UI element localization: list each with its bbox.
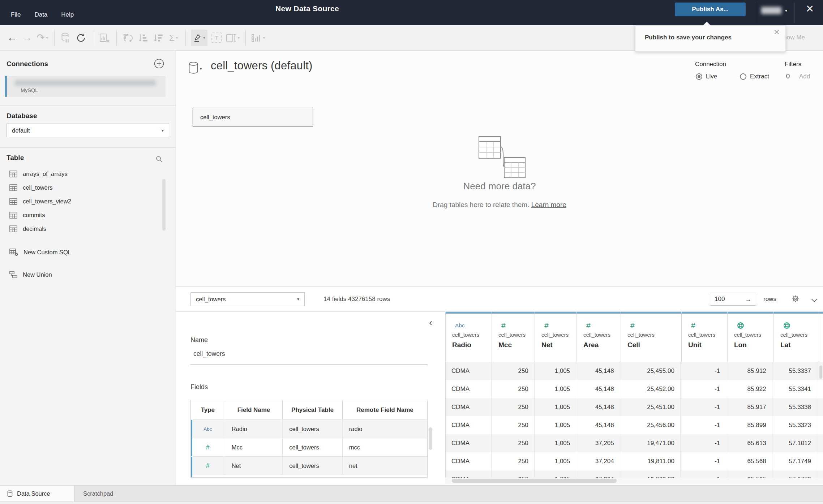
datasource-cylinder-icon[interactable] [188,61,198,76]
grid-row[interactable]: CDMA2501,00545,14825,456.00-185.89955.33… [446,416,823,434]
grid-column-header-area[interactable]: #cell_towersArea [577,312,621,362]
name-value[interactable]: cell_towers [193,350,225,358]
tab-data-source[interactable]: Data Source [0,486,74,502]
column-source-label: cell_towers [498,332,535,338]
grid-hscroll-thumb[interactable] [452,479,617,483]
caret-down-icon: ▾ [176,36,178,40]
sort-descending-icon[interactable] [152,30,164,46]
connection-item-mysql[interactable]: MySQL [5,76,166,97]
grid-column-header-lat[interactable]: cell_towersLat [774,312,819,362]
apply-rows-arrow-icon[interactable]: → [745,296,751,303]
table-header: Table [7,154,24,162]
grid-row[interactable]: CDMA2501,00537,20419,811.00-165.56857.17… [446,452,823,470]
connection-live-option[interactable]: Live [696,73,717,80]
table-list-item-cell_towers_view2[interactable]: cell_towers_view2 [0,194,163,208]
collapse-panel-chevron[interactable]: ‹ [429,318,432,328]
user-name-redacted[interactable] [761,7,781,14]
user-menu-caret-icon[interactable]: ▾ [785,8,787,13]
grid-cell-partial [817,470,823,478]
database-select[interactable]: default ▾ [7,124,169,137]
grid-column-header-lon[interactable]: cell_towersLon [728,312,774,362]
filters-add-button[interactable]: Add [799,73,810,80]
column-accent-bar [446,312,492,314]
search-icon[interactable] [155,155,163,164]
column-source-label: cell_towers [688,332,727,338]
connection-extract-option[interactable]: Extract [740,73,769,80]
gear-icon[interactable] [791,294,800,305]
table-select[interactable]: cell_towers ▾ [190,292,305,306]
radio-extract-icon[interactable] [740,73,746,80]
grid-row[interactable]: CDMA2501,00545,14825,451.00-185.91755.33… [446,398,823,416]
menu-file[interactable]: File [11,11,21,18]
tableau-window: FileDataHelp New Data Source Publish As.… [0,0,823,504]
back-icon[interactable]: ← [6,30,18,46]
publish-as-button[interactable]: Publish As... [675,3,746,16]
window-close-button[interactable]: × [806,2,814,15]
popup-close-icon[interactable]: × [774,26,780,38]
fields-row-mcc[interactable]: #Mcccell_towersmcc [191,438,427,456]
menu-data[interactable]: Data [34,11,47,18]
grid-cell: CDMA [446,470,492,478]
fields-row-net[interactable]: #Netcell_towersnet [191,456,427,475]
union-icon [9,271,17,278]
datasource-title: cell_towers (default) [211,59,313,72]
grid-cell: -1 [681,398,726,416]
new-union-button[interactable]: New Union [9,267,52,282]
grid-horizontal-scrollbar[interactable] [445,478,823,484]
table-list-item-cell_towers[interactable]: cell_towers [0,181,163,194]
sigma-icon[interactable]: Σ▾ [167,30,180,46]
show-chart-icon[interactable]: ▾ [251,30,265,46]
grid-column-header-cell[interactable]: #cell_towersCell [621,312,682,362]
grid-row[interactable]: CDMA2501,00537,20419,863.00-165.56557.17… [446,470,823,478]
grid-column-header-unit[interactable]: #cell_towersUnit [682,312,728,362]
radio-live-icon[interactable] [696,73,702,80]
grid-cell: 37,204 [576,452,620,470]
pause-datasource-icon[interactable] [60,30,72,46]
forward-icon[interactable]: → [21,30,33,46]
fit-selection-icon[interactable]: ▾ [226,30,240,46]
grid-column-header-net[interactable]: #cell_towersNet [535,312,577,362]
menu-help[interactable]: Help [61,11,74,18]
grid-cell: 1,005 [535,434,576,452]
column-accent-bar [492,312,535,314]
fields-row-radio[interactable]: AbcRadiocell_towersradio [191,419,427,438]
tab-scratchpad[interactable]: Scratchpad [83,486,113,502]
datasource-caret-icon[interactable]: ▾ [200,66,202,71]
table-list-scrollbar[interactable] [162,179,166,231]
grid-column-header-mcc[interactable]: #cell_towersMcc [492,312,535,362]
grid-vertical-scrollbar[interactable] [819,366,822,379]
grid-cell: 250 [492,470,534,478]
grid-cell: 85.899 [726,416,772,434]
clear-sheet-icon[interactable] [98,30,111,46]
grid-cell: 45,148 [576,362,620,380]
grid-cell: 250 [492,452,534,470]
number-type-icon: # [544,320,576,331]
fields-table-scrollbar[interactable] [429,427,432,450]
refresh-icon[interactable] [75,30,87,46]
grid-column-header-radio[interactable]: Abccell_towersRadio [446,312,492,362]
new-custom-sql-button[interactable]: New Custom SQL [9,245,71,259]
swap-rows-icon[interactable] [122,30,134,46]
grid-row[interactable]: CDMA2501,00545,14825,455.00-185.91255.33… [446,362,823,380]
grid-row[interactable]: CDMA2501,00545,14825,452.00-185.92255.33… [446,380,823,398]
database-header: Database [7,112,37,120]
highlighter-icon[interactable]: ▾ [191,30,207,46]
table-list-item-commits[interactable]: commits [0,208,163,222]
sort-ascending-icon[interactable] [137,30,149,46]
table-list-item-decimals[interactable]: decimals [0,222,163,236]
string-type-icon: Abc [455,320,492,331]
column-source-label: cell_towers [583,332,621,338]
chevron-down-icon[interactable] [811,297,818,304]
learn-more-link[interactable]: Learn more [531,201,566,208]
table-list-item-arrays_of_arrays[interactable]: arrays_of_arrays [0,167,163,181]
table-list: arrays_of_arrayscell_towerscell_towers_v… [0,167,163,236]
row-count-input[interactable]: 100 → [710,293,756,306]
grid-row[interactable]: CDMA2501,00537,20519,471.00-165.61357.10… [446,434,823,452]
add-connection-icon[interactable] [154,59,164,70]
redo-icon[interactable]: ↷▾ [36,30,48,46]
toolbar-separator [93,30,93,46]
physical-table-cell: cell_towers [283,420,343,438]
text-box-icon[interactable]: T [210,30,223,46]
canvas-table-node[interactable]: cell_towers [193,108,313,126]
remote-field-cell: radio [343,420,427,438]
